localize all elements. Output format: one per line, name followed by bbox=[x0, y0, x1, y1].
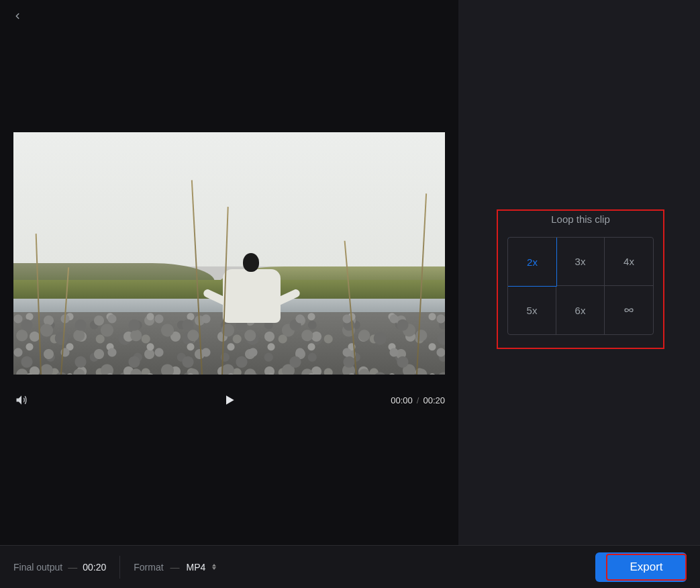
loop-option-4x[interactable]: 4x bbox=[605, 238, 653, 286]
volume-button[interactable] bbox=[13, 392, 30, 408]
volume-icon bbox=[15, 393, 28, 407]
format-select[interactable]: Format — MP4 bbox=[134, 562, 216, 573]
final-output-info: Final output — 00:20 bbox=[13, 562, 106, 573]
settings-panel: Loop this clip 2x 3x 4x 5x 6x bbox=[458, 0, 700, 545]
loop-option-infinite[interactable] bbox=[605, 286, 653, 334]
loop-option-3x[interactable]: 3x bbox=[556, 238, 605, 286]
current-time: 00:00 bbox=[391, 395, 413, 405]
format-value: MP4 bbox=[187, 562, 206, 573]
loop-grid: 2x 3x 4x 5x 6x bbox=[507, 237, 654, 335]
bottom-bar: Final output — 00:20 Format — MP4 Export bbox=[0, 545, 700, 588]
svg-marker-0 bbox=[226, 395, 234, 404]
sort-icon bbox=[212, 564, 216, 570]
final-output-label: Final output bbox=[13, 562, 62, 573]
loop-selector-box: Loop this clip 2x 3x 4x 5x 6x bbox=[497, 209, 664, 349]
video-preview[interactable] bbox=[13, 132, 445, 375]
play-button[interactable] bbox=[221, 392, 238, 408]
loop-option-6x[interactable]: 6x bbox=[556, 286, 605, 334]
total-time: 00:20 bbox=[423, 395, 445, 405]
export-label: Export bbox=[630, 560, 662, 574]
loop-option-2x[interactable]: 2x bbox=[507, 237, 557, 287]
playback-controls: 00:00 / 00:20 bbox=[13, 389, 445, 411]
loop-title: Loop this clip bbox=[498, 213, 663, 225]
export-button-container: Export bbox=[595, 552, 687, 582]
chevron-left-icon bbox=[13, 11, 22, 21]
preview-panel: 00:00 / 00:20 bbox=[0, 0, 458, 545]
time-display: 00:00 / 00:20 bbox=[391, 395, 445, 405]
infinity-icon bbox=[621, 306, 636, 314]
loop-option-5x[interactable]: 5x bbox=[508, 286, 556, 334]
final-output-value: 00:20 bbox=[83, 562, 106, 573]
play-icon bbox=[223, 393, 236, 407]
back-button[interactable] bbox=[9, 8, 26, 24]
format-label: Format bbox=[134, 562, 163, 573]
export-button[interactable]: Export bbox=[606, 554, 687, 581]
